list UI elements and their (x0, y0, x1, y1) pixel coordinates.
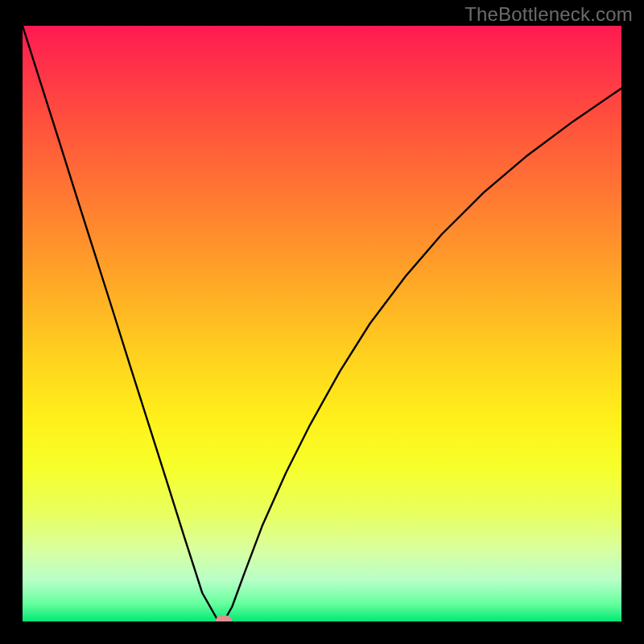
bottleneck-curve (23, 26, 621, 621)
chart-plot-area (23, 26, 621, 621)
optimal-point-marker (216, 615, 232, 621)
watermark-text: TheBottleneck.com (464, 3, 633, 26)
